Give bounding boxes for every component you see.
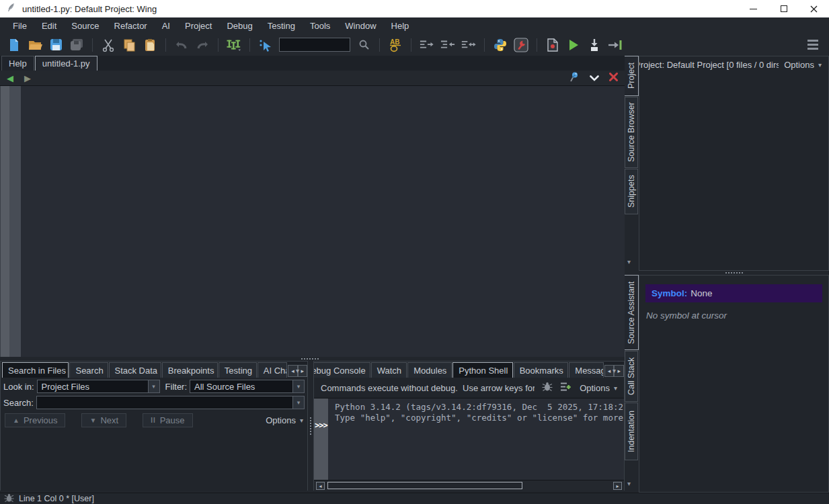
- python-environment-button[interactable]: [493, 38, 508, 52]
- look-in-label: Look in:: [3, 382, 34, 392]
- tab-ai-chat[interactable]: AI Chat: [258, 362, 288, 378]
- debug-to-cursor-button[interactable]: [587, 38, 602, 52]
- configure-button[interactable]: [514, 38, 528, 52]
- vtab-snippets[interactable]: Snippets: [625, 169, 638, 214]
- tab-python-shell[interactable]: Python Shell: [452, 362, 512, 378]
- open-file-button[interactable]: [28, 38, 42, 52]
- menu-testing[interactable]: Testing: [260, 19, 303, 33]
- tab-search[interactable]: Search: [69, 362, 108, 378]
- indent-right-button[interactable]: [420, 38, 434, 52]
- history-forward-button[interactable]: ▶: [24, 73, 31, 83]
- debug-file-button[interactable]: [545, 38, 560, 52]
- tab-list-dropdown[interactable]: ▾: [613, 367, 616, 374]
- minimize-button[interactable]: [738, 0, 768, 17]
- editor-menu-button[interactable]: [590, 73, 599, 83]
- goto-selection-button[interactable]: [258, 38, 273, 52]
- menu-edit[interactable]: Edit: [34, 19, 64, 33]
- save-all-button[interactable]: [69, 38, 84, 52]
- filter-combo[interactable]: All Source Files ▾: [190, 380, 305, 393]
- cut-button[interactable]: [101, 38, 116, 52]
- menu-project[interactable]: Project: [177, 19, 219, 33]
- tab-list-dropdown[interactable]: ▾: [296, 367, 299, 374]
- menu-debug[interactable]: Debug: [219, 19, 260, 33]
- redo-button[interactable]: [195, 38, 210, 52]
- paste-button[interactable]: [143, 38, 157, 52]
- indent-left-button[interactable]: [440, 38, 455, 52]
- editor-tab-untitled-1[interactable]: untitled-1.py: [35, 56, 97, 71]
- save-button[interactable]: [48, 38, 63, 52]
- tab-testing[interactable]: Testing: [219, 362, 257, 378]
- copy-button[interactable]: [122, 38, 136, 52]
- history-back-button[interactable]: ◀: [7, 73, 13, 83]
- splitter-handle: [310, 417, 311, 435]
- menu-refactor[interactable]: Refactor: [107, 19, 155, 33]
- indent-toggle-button[interactable]: [461, 38, 476, 52]
- tab-stack-data[interactable]: Stack Data: [109, 362, 161, 378]
- vtab-indentation[interactable]: Indentation: [625, 403, 638, 460]
- panel-group-menu-button[interactable]: ▾: [627, 258, 631, 265]
- scroll-left-button[interactable]: ◂: [316, 482, 325, 490]
- shell-note-text: Commands execute without debug. Use arro…: [321, 383, 535, 393]
- toolbar-search-input[interactable]: [279, 38, 350, 52]
- new-shell-button[interactable]: [560, 382, 571, 394]
- next-button[interactable]: ▼Next: [81, 413, 126, 427]
- vertical-splitter-bottom[interactable]: [308, 361, 313, 491]
- no-symbol-message: No symbol at cursor: [646, 310, 822, 321]
- pause-button[interactable]: IIPause: [143, 413, 192, 427]
- look-in-dropdown-icon[interactable]: ▾: [148, 380, 160, 393]
- sort-symbols-button[interactable]: [227, 38, 241, 52]
- previous-button[interactable]: ▲Previous: [5, 413, 65, 427]
- look-in-combo[interactable]: Project Files ▾: [37, 380, 160, 393]
- vtab-source-browser[interactable]: Source Browser: [625, 97, 638, 168]
- tab-bookmarks[interactable]: Bookmarks: [514, 362, 569, 378]
- window-title: untitled-1.py: Default Project: Wing: [22, 4, 157, 14]
- vtab-project[interactable]: Project: [625, 56, 639, 96]
- tab-debug-console[interactable]: Debug Console: [314, 362, 370, 378]
- tab-messages[interactable]: Messages: [569, 362, 603, 378]
- filter-dropdown-icon[interactable]: ▾: [292, 380, 305, 393]
- project-panel: Project: Default Project [0 files / 0 di…: [639, 56, 829, 271]
- vtab-source-assistant[interactable]: Source Assistant: [625, 275, 639, 350]
- tab-breakpoints[interactable]: Breakpoints: [162, 362, 218, 378]
- shell-debug-toggle-button[interactable]: [542, 382, 553, 394]
- tab-watch[interactable]: Watch: [371, 362, 407, 378]
- shell-horizontal-scrollbar[interactable]: ◂ ▸: [314, 480, 624, 491]
- close-button[interactable]: [799, 0, 829, 17]
- editor-vertical-scrollbar[interactable]: [1, 86, 9, 357]
- close-editor-button[interactable]: [609, 73, 618, 83]
- menu-window[interactable]: Window: [338, 19, 383, 33]
- maximize-button[interactable]: [768, 0, 799, 17]
- shell-options-button[interactable]: Options▾: [580, 383, 617, 393]
- editor-text-area[interactable]: [0, 86, 625, 357]
- search-options-button[interactable]: Options▾: [266, 415, 303, 425]
- menu-file[interactable]: File: [5, 19, 34, 33]
- search-dropdown-icon[interactable]: ▾: [292, 396, 305, 409]
- shell-text-area[interactable]: >>> Python 3.14.2 (tags/v3.14.2:df79316,…: [314, 398, 624, 480]
- menu-ai[interactable]: AI: [155, 19, 177, 33]
- run-debug-button[interactable]: [566, 38, 581, 52]
- editor-tab-help[interactable]: Help: [1, 56, 34, 71]
- menu-help[interactable]: Help: [384, 19, 417, 33]
- step-over-button[interactable]: [608, 38, 623, 52]
- panel-group-menu-button[interactable]: ▾: [627, 480, 631, 487]
- undo-button[interactable]: [174, 38, 189, 52]
- project-options-button[interactable]: Options▾: [784, 60, 822, 70]
- tab-modules[interactable]: Modules: [407, 362, 452, 378]
- toolbar-menu-button[interactable]: [807, 38, 822, 52]
- pin-editor-button[interactable]: [569, 71, 580, 85]
- chevron-down-icon: ▾: [818, 61, 822, 69]
- scroll-thumb[interactable]: [327, 482, 522, 489]
- symbol-row: Symbol:None: [645, 284, 822, 302]
- new-file-button[interactable]: [7, 38, 22, 52]
- toolbar-search-button[interactable]: [356, 38, 371, 52]
- tab-search-in-files[interactable]: Search in Files: [2, 362, 69, 378]
- menu-source[interactable]: Source: [64, 19, 106, 33]
- search-input[interactable]: [36, 396, 292, 409]
- replace-button[interactable]: AB: [388, 38, 403, 52]
- vtab-call-stack[interactable]: Call Stack: [625, 351, 638, 402]
- bottom-right-tab-bar: Debug Console Watch Modules Python Shell…: [314, 362, 624, 378]
- project-panel-title: Project: Default Project [0 files / 0 di…: [639, 60, 779, 70]
- project-file-tree[interactable]: [639, 73, 828, 270]
- menu-tools[interactable]: Tools: [303, 19, 338, 33]
- scroll-right-button[interactable]: ▸: [613, 482, 622, 490]
